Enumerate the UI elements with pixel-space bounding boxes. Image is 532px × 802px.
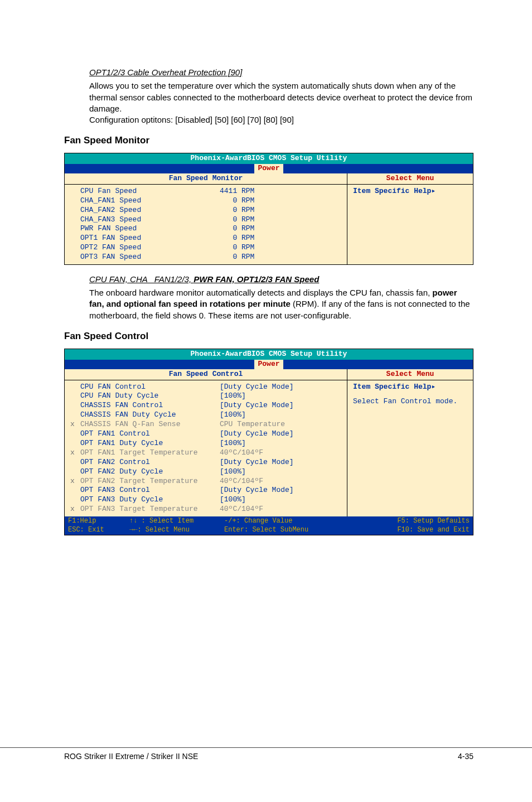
row-prefix (70, 429, 80, 439)
bios-setting-row: xOPT FAN2 Target Temperature40ºC/104ºF (70, 477, 341, 486)
setting-label: CHA_FAN3 Speed (80, 215, 220, 225)
setting-label: OPT FAN2 Target Temperature (80, 477, 220, 486)
text-bold: PWR FAN, OPT1/2/3 FAN Speed (194, 274, 319, 284)
setting-label: OPT2 FAN Speed (80, 243, 220, 253)
setting-value: [100%] (220, 495, 341, 505)
setting-value: 0 RPM (220, 234, 341, 243)
setting-label: CPU FAN Duty Cycle (80, 392, 220, 401)
text: The onboard hardware monitor automatical… (89, 288, 432, 297)
setting-value: 40ºC/104ºF (220, 505, 341, 514)
footer-page-number: 4-35 (458, 751, 473, 762)
row-prefix (70, 224, 80, 234)
setting-value: CPU Temperature (220, 420, 341, 429)
bios-setting-row[interactable]: OPT FAN2 Control[Duty Cycle Mode] (70, 458, 341, 467)
bios-setting-row[interactable]: CHASSIS FAN Control[Duty Cycle Mode] (70, 401, 341, 410)
setting-label: OPT FAN1 Duty Cycle (80, 439, 220, 448)
setting-label: OPT FAN2 Duty Cycle (80, 467, 220, 477)
setting-value: 40ºC/104ºF (220, 477, 341, 486)
bios-help-title: Item Specific Help (353, 383, 431, 391)
row-prefix (70, 439, 80, 448)
row-prefix (70, 495, 80, 505)
bios-help-text: Select Fan Control mode. (353, 397, 467, 407)
setting-label: OPT FAN3 Control (80, 486, 220, 495)
option-description-overheat: Allows you to set the temperature over w… (89, 80, 473, 125)
key-change-value: -/+: Change Value (224, 517, 341, 526)
row-prefix: x (70, 448, 80, 458)
bios-setting-row[interactable]: OPT FAN3 Control[Duty Cycle Mode] (70, 486, 341, 495)
setting-value: [100%] (220, 392, 341, 401)
bios-setting-row[interactable]: OPT FAN2 Duty Cycle[100%] (70, 467, 341, 477)
row-prefix (70, 401, 80, 410)
key-select-menu: →←: Select Menu (129, 526, 224, 535)
row-prefix (70, 486, 80, 495)
setting-value: [Duty Cycle Mode] (220, 383, 341, 392)
bios-title: Phoenix-AwardBIOS CMOS Setup Utility (65, 153, 473, 164)
row-prefix: x (70, 505, 80, 514)
setting-label: OPT FAN2 Control (80, 458, 220, 467)
bios-item-list: CPU FAN Control[Duty Cycle Mode]CPU FAN … (65, 380, 347, 516)
bios-setting-row: CHA_FAN1 Speed 0 RPM (70, 196, 341, 206)
text: CPU FAN, CHA _FAN1/2/3, (89, 274, 194, 284)
setting-value: [100%] (220, 439, 341, 448)
bios-setting-row[interactable]: CHASSIS FAN Duty Cycle[100%] (70, 410, 341, 420)
setting-value: 0 RPM (220, 206, 341, 215)
bios-select-menu-label: Select Menu (347, 173, 473, 184)
setting-value: 0 RPM (220, 215, 341, 225)
setting-label: CPU Fan Speed (80, 187, 220, 196)
bios-tab-power[interactable]: Power (254, 360, 283, 369)
bios-setting-row: xCHASSIS FAN Q-Fan SenseCPU Temperature (70, 420, 341, 429)
setting-label: CHA_FAN1 Speed (80, 196, 220, 206)
setting-label: OPT FAN3 Duty Cycle (80, 495, 220, 505)
setting-value: [Duty Cycle Mode] (220, 429, 341, 439)
row-prefix (70, 392, 80, 401)
row-prefix (70, 253, 80, 262)
row-prefix (70, 234, 80, 243)
setting-label: OPT FAN1 Target Temperature (80, 448, 220, 458)
bios-footer-keys: F1:Help ESC: Exit ↑↓ : Select Item →←: S… (65, 516, 473, 535)
setting-value: 0 RPM (220, 196, 341, 206)
section-heading-fan-speed-control: Fan Speed Control (64, 330, 473, 343)
text: Allows you to set the temperature over w… (89, 81, 472, 113)
chevron-right-icon: ▸ (431, 383, 436, 391)
setting-label: CPU FAN Control (80, 383, 220, 392)
bios-setting-row: CPU Fan Speed4411 RPM (70, 187, 341, 196)
bios-setting-row: OPT1 FAN Speed 0 RPM (70, 234, 341, 243)
row-prefix (70, 187, 80, 196)
footer-product: ROG Striker II Extreme / Striker II NSE (64, 751, 198, 762)
bios-screen-fan-speed-monitor: Phoenix-AwardBIOS CMOS Setup Utility Pow… (64, 153, 473, 265)
setting-value: 0 RPM (220, 224, 341, 234)
bios-tab-power[interactable]: Power (254, 164, 283, 173)
key-setup-defaults: F5: Setup Defaults (341, 517, 470, 526)
key-exit: ESC: Exit (68, 526, 129, 535)
setting-label: PWR FAN Speed (80, 224, 220, 234)
key-select-submenu: Enter: Select SubMenu (224, 526, 341, 535)
setting-label: OPT1 FAN Speed (80, 234, 220, 243)
bios-setting-row[interactable]: CPU FAN Control[Duty Cycle Mode] (70, 383, 341, 392)
bios-setting-row: CHA_FAN2 Speed 0 RPM (70, 206, 341, 215)
bios-panel-title: Fan Speed Monitor (65, 173, 347, 184)
bios-setting-row[interactable]: OPT FAN1 Duty Cycle[100%] (70, 439, 341, 448)
bios-setting-row: xOPT FAN1 Target Temperature40ºC/104ºF (70, 448, 341, 458)
row-prefix (70, 206, 80, 215)
setting-label: CHASSIS FAN Q-Fan Sense (80, 420, 220, 429)
bios-setting-row[interactable]: OPT FAN3 Duty Cycle[100%] (70, 495, 341, 505)
bios-setting-row[interactable]: CPU FAN Duty Cycle[100%] (70, 392, 341, 401)
setting-label: OPT3 FAN Speed (80, 253, 220, 262)
page-footer: ROG Striker II Extreme / Striker II NSE … (0, 747, 532, 762)
bios-tab-bar: Power (65, 164, 473, 173)
setting-value: [Duty Cycle Mode] (220, 401, 341, 410)
row-prefix (70, 196, 80, 206)
key-help: F1:Help (68, 517, 129, 526)
row-prefix (70, 215, 80, 225)
bios-setting-row[interactable]: OPT FAN1 Control[Duty Cycle Mode] (70, 429, 341, 439)
row-prefix (70, 243, 80, 253)
key-save-exit: F10: Save and Exit (341, 526, 470, 535)
setting-value: 0 RPM (220, 243, 341, 253)
bios-title: Phoenix-AwardBIOS CMOS Setup Utility (65, 349, 473, 360)
bios-item-list: CPU Fan Speed4411 RPMCHA_FAN1 Speed 0 RP… (65, 185, 347, 264)
bios-setting-row: CHA_FAN3 Speed 0 RPM (70, 215, 341, 225)
setting-label: OPT FAN3 Target Temperature (80, 505, 220, 514)
bios-setting-row: PWR FAN Speed 0 RPM (70, 224, 341, 234)
bios-panel-title: Fan Speed Control (65, 369, 347, 380)
setting-label: CHA_FAN2 Speed (80, 206, 220, 215)
